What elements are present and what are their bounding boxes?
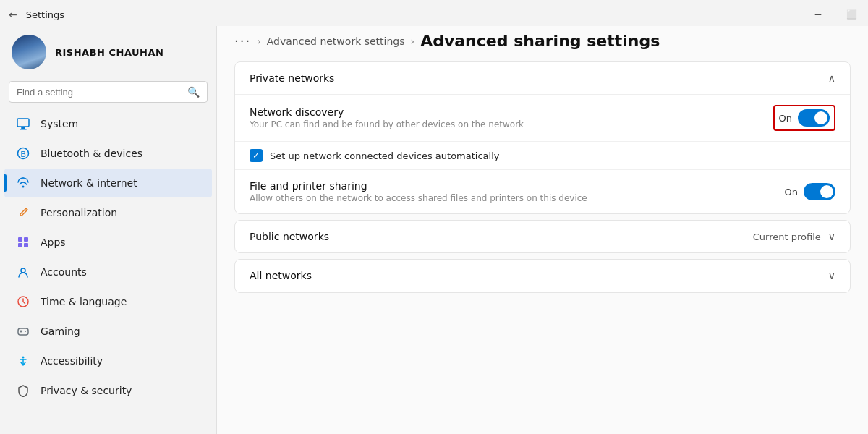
search-icon: 🔍 [187,86,200,98]
sidebar-item-privacy[interactable]: Privacy & security [4,376,212,405]
sidebar-item-gaming-label: Gaming [41,326,80,337]
sidebar-item-bluetooth-label: Bluetooth & devices [41,148,142,159]
private-networks-chevron: ∧ [828,72,835,84]
bluetooth-icon: B [16,146,30,161]
content-area: ··· › Advanced network settings › Advanc… [217,26,868,434]
personalization-icon [16,205,30,220]
svg-point-5 [22,186,25,188]
private-networks-title: Private networks [250,72,334,84]
svg-point-10 [21,268,25,273]
svg-text:B: B [21,150,26,158]
all-networks-title: All networks [250,270,312,281]
privacy-icon [16,383,30,398]
public-networks-chevron: ∨ [828,231,835,242]
sidebar-item-bluetooth[interactable]: B Bluetooth & devices [4,139,212,168]
search-box[interactable]: 🔍 [9,81,208,103]
accessibility-icon [16,354,30,368]
breadcrumb-sep-2: › [411,35,415,47]
sidebar: RISHABH CHAUHAN 🔍 System B Bluetooth & d… [0,26,217,434]
auto-connect-checkbox[interactable]: ✓ [250,149,263,162]
svg-rect-1 [21,127,25,129]
breadcrumb-dots[interactable]: ··· [234,33,251,48]
network-icon [16,176,30,190]
sidebar-item-system[interactable]: System [4,109,212,138]
sidebar-item-personalization-label: Personalization [41,207,117,218]
search-input[interactable] [17,87,182,98]
sidebar-item-personalization[interactable]: Personalization [4,198,212,227]
private-networks-section: Private networks ∧ Network discovery You… [234,61,851,214]
sidebar-item-network-label: Network & internet [41,177,137,189]
all-networks-chevron: ∨ [828,270,835,281]
window-controls: ─ ⬜ [801,3,868,26]
public-networks-title: Public networks [250,231,329,242]
username: RISHABH CHAUHAN [55,47,163,58]
restore-button[interactable]: ⬜ [835,3,868,26]
file-sharing-info: File and printer sharing Allow others on… [250,180,587,203]
svg-rect-7 [24,237,28,242]
public-networks-right: Current profile ∨ [753,231,835,242]
main-layout: RISHABH CHAUHAN 🔍 System B Bluetooth & d… [0,26,868,434]
file-sharing-label: File and printer sharing [250,180,587,192]
file-sharing-row: File and printer sharing Allow others on… [235,170,850,213]
auto-connect-row: ✓ Set up network connected devices autom… [235,142,850,170]
avatar[interactable] [12,35,46,69]
current-profile-label: Current profile [753,231,821,242]
svg-rect-12 [18,328,28,335]
sidebar-item-accessibility[interactable]: Accessibility [4,346,212,375]
sidebar-item-accounts[interactable]: Accounts [4,258,212,286]
svg-rect-9 [24,243,28,247]
sidebar-item-time[interactable]: Time & language [4,287,212,316]
avatar-image [12,35,46,69]
minimize-button[interactable]: ─ [801,3,835,26]
public-networks-section: Public networks Current profile ∨ [234,220,851,253]
accounts-icon [16,265,30,279]
private-networks-header[interactable]: Private networks ∧ [235,62,850,95]
network-discovery-info: Network discovery Your PC can find and b… [250,106,524,129]
breadcrumb-parent[interactable]: Advanced network settings [267,35,405,47]
svg-point-13 [25,331,26,332]
network-discovery-desc: Your PC can find and be found by other d… [250,119,524,129]
svg-rect-8 [18,243,22,247]
auto-connect-label: Set up network connected devices automat… [270,150,499,161]
time-icon [16,294,30,309]
sidebar-item-accessibility-label: Accessibility [41,355,103,367]
titlebar-left: ← Settings [9,9,64,20]
titlebar: ← Settings ─ ⬜ [0,0,868,26]
file-sharing-toggle-wrap[interactable]: On [785,183,835,200]
svg-rect-0 [17,119,29,127]
sidebar-item-gaming[interactable]: Gaming [4,317,212,346]
breadcrumb-current: Advanced sharing settings [420,32,660,50]
sidebar-item-apps[interactable]: Apps [4,228,212,257]
sidebar-item-time-label: Time & language [41,296,127,307]
file-sharing-toggle[interactable] [804,183,835,200]
sidebar-item-system-label: System [41,118,78,129]
apps-icon [16,235,30,250]
file-sharing-state: On [785,187,798,197]
sidebar-item-apps-label: Apps [41,237,66,248]
svg-rect-2 [20,129,27,130]
network-discovery-state: On [779,113,792,124]
sidebar-item-network[interactable]: Network & internet [4,169,212,197]
user-section: RISHABH CHAUHAN [0,26,216,81]
file-sharing-desc: Allow others on the network to access sh… [250,193,587,203]
sidebar-item-accounts-label: Accounts [41,266,87,278]
back-button[interactable]: ← [9,9,17,20]
public-networks-header[interactable]: Public networks Current profile ∨ [235,221,850,252]
svg-rect-6 [18,237,22,242]
network-discovery-toggle-wrap[interactable]: On [773,105,835,131]
sidebar-nav: System B Bluetooth & devices Network & i… [0,109,216,406]
all-networks-header[interactable]: All networks ∨ [235,260,850,292]
sidebar-item-privacy-label: Privacy & security [41,385,132,396]
gaming-icon [16,324,30,339]
breadcrumb: ··· › Advanced network settings › Advanc… [217,26,868,61]
network-discovery-row: Network discovery Your PC can find and b… [235,95,850,142]
app-title: Settings [26,9,64,20]
all-networks-section: All networks ∨ [234,259,851,293]
breadcrumb-sep-1: › [257,35,261,47]
checkbox-check-icon: ✓ [252,150,260,161]
network-discovery-toggle[interactable] [798,109,830,127]
system-icon [16,116,30,131]
svg-point-14 [22,357,25,359]
network-discovery-label: Network discovery [250,106,524,118]
